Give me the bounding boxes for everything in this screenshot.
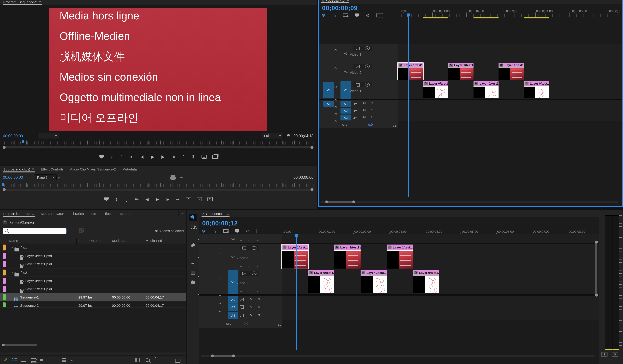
goto-in-icon[interactable] bbox=[135, 196, 139, 202]
mark-out-icon[interactable] bbox=[120, 154, 124, 159]
track-name[interactable]: Video 2 bbox=[350, 70, 361, 74]
trash-icon[interactable] bbox=[175, 359, 180, 363]
drag-audio-icon[interactable] bbox=[179, 175, 184, 180]
source-scrollbar[interactable] bbox=[3, 189, 313, 191]
navigate-up-icon[interactable]: ↥ bbox=[3, 220, 7, 224]
track-target-badge[interactable]: A3 bbox=[340, 114, 351, 120]
mute-button[interactable]: M bbox=[250, 298, 252, 301]
track-target-badge[interactable]: V1 bbox=[340, 81, 351, 99]
mix-volume-value[interactable]: 0.0 bbox=[368, 123, 373, 126]
column-frame-rate[interactable]: Frame Rate bbox=[78, 239, 101, 243]
track-target-badge[interactable]: V3 bbox=[228, 236, 238, 241]
tab-info[interactable]: Info bbox=[87, 210, 99, 217]
add-keyframe-icon[interactable]: ◇ bbox=[248, 239, 250, 242]
panel-menu-icon[interactable]: ≡ bbox=[32, 167, 34, 171]
panel-menu-icon[interactable]: ≡ bbox=[347, 0, 349, 3]
export-frame-icon[interactable] bbox=[207, 197, 213, 201]
keyframe-bowtie-icon[interactable] bbox=[277, 322, 282, 328]
sync-lock-icon[interactable] bbox=[242, 272, 246, 275]
step-back-icon[interactable] bbox=[145, 196, 150, 202]
mute-button[interactable]: M bbox=[250, 305, 252, 309]
track-name[interactable]: Video 1 bbox=[236, 280, 248, 284]
listview-icon[interactable] bbox=[12, 358, 17, 362]
solo-button[interactable]: S bbox=[371, 109, 373, 112]
scrollbar-handle-left[interactable] bbox=[325, 200, 328, 203]
tool-rect[interactable] bbox=[189, 269, 197, 277]
track-name[interactable]: Video 2 bbox=[236, 256, 248, 259]
sort-chevron-icon[interactable] bbox=[71, 359, 74, 362]
project-hscrollbar[interactable] bbox=[3, 344, 37, 346]
settings-wrench-icon[interactable] bbox=[286, 133, 291, 138]
track-target-badge[interactable]: V2 bbox=[340, 69, 351, 74]
clip-layer-1-test1-psd[interactable]: fxLayer 1/test1.psd bbox=[398, 63, 423, 80]
sync-lock-icon[interactable] bbox=[353, 102, 357, 105]
solo-button[interactable]: S bbox=[258, 305, 260, 309]
mute-button[interactable]: M bbox=[363, 109, 366, 112]
scrollbar-handle-right[interactable] bbox=[311, 146, 313, 149]
program-playhead[interactable] bbox=[22, 140, 24, 143]
tab-media-browser[interactable]: Media Browser bbox=[38, 210, 67, 217]
next-keyframe-icon[interactable]: ▶ bbox=[257, 290, 259, 293]
track-target-badge[interactable]: A2 bbox=[228, 303, 238, 311]
track-target-badge[interactable]: V3 bbox=[340, 51, 351, 56]
track-output-eye-icon[interactable] bbox=[252, 272, 257, 275]
project-row-layer-0-test1-psd[interactable]: Layer 0/test1.psd bbox=[0, 252, 186, 260]
track-lane-v3[interactable] bbox=[282, 234, 599, 244]
clip-layer-0-test1-psd[interactable]: fxLayer 0/test1.psd bbox=[413, 270, 439, 293]
tab-markers[interactable]: Markers bbox=[117, 210, 136, 217]
scroll-thumb[interactable] bbox=[211, 355, 233, 357]
clip-layer-1-test1-psd[interactable]: fxLayer 1/test1.psd bbox=[448, 63, 473, 80]
track-output-eye-icon[interactable] bbox=[365, 46, 370, 50]
step-forward-icon[interactable] bbox=[165, 196, 170, 202]
program-timecode[interactable]: 00;00;00;09 bbox=[3, 134, 23, 138]
scroll-thumb[interactable] bbox=[325, 201, 354, 203]
sync-lock-icon[interactable] bbox=[242, 247, 246, 250]
add-keyframe-icon[interactable]: ◇ bbox=[248, 265, 250, 268]
mix-volume-value[interactable]: 0.0 bbox=[244, 322, 248, 325]
scrollbar-handle-right[interactable] bbox=[311, 188, 313, 191]
scrollbar-handle-left[interactable] bbox=[3, 188, 6, 191]
automate-icon[interactable] bbox=[135, 358, 140, 362]
mark-in-icon[interactable] bbox=[110, 154, 114, 159]
page-flyout-icon[interactable]: ▶ bbox=[58, 176, 61, 179]
track-output-eye-icon[interactable] bbox=[365, 64, 370, 68]
scrollbar-handle-right[interactable] bbox=[232, 354, 235, 357]
tab-metadata[interactable]: Metadata bbox=[119, 166, 140, 172]
clip-layer-1-test1-psd[interactable]: fxLayer 1/test1.psd bbox=[282, 245, 308, 269]
sync-lock-icon[interactable] bbox=[353, 109, 357, 112]
program-quality-select[interactable]: Full bbox=[262, 133, 284, 139]
label-color-chip[interactable] bbox=[3, 261, 6, 267]
timeline-hscrollbar[interactable] bbox=[321, 201, 618, 203]
scrollbar-handle-left[interactable] bbox=[3, 146, 6, 149]
solo-left-button[interactable]: S bbox=[601, 352, 607, 357]
source-scrub-ruler[interactable] bbox=[2, 184, 313, 187]
track-output-eye-icon[interactable] bbox=[252, 246, 257, 250]
extract-icon[interactable] bbox=[191, 154, 196, 159]
drag-video-icon[interactable] bbox=[170, 175, 176, 180]
keyframe-bowtie-icon[interactable] bbox=[392, 123, 397, 129]
newbin-icon[interactable] bbox=[155, 358, 160, 362]
panel-menu-icon[interactable]: ≡ bbox=[227, 212, 229, 215]
track-target-badge[interactable]: A2 bbox=[340, 108, 351, 113]
search-input[interactable] bbox=[3, 228, 67, 234]
iconview-icon[interactable] bbox=[21, 358, 26, 362]
overwrite-icon[interactable] bbox=[197, 197, 202, 201]
track-lane-a2[interactable] bbox=[282, 303, 599, 312]
label-color-chip[interactable] bbox=[3, 269, 6, 275]
sync-lock-icon[interactable] bbox=[356, 83, 359, 86]
mute-button[interactable]: M bbox=[363, 115, 366, 119]
newitem-icon[interactable] bbox=[165, 358, 170, 362]
tab-sequence-1[interactable]: × Sequence-1 ≡ bbox=[199, 210, 232, 217]
close-icon[interactable]: × bbox=[202, 212, 204, 215]
panel-menu-icon[interactable]: ≡ bbox=[39, 0, 41, 4]
scrollbar-handle[interactable] bbox=[2, 343, 5, 346]
seq1-timecode[interactable]: 00;00;00;12 bbox=[202, 220, 238, 227]
source-page-select[interactable]: Page 1 bbox=[35, 174, 57, 180]
goto-in-icon[interactable] bbox=[130, 154, 134, 159]
prev-keyframe-icon[interactable]: ◀ bbox=[240, 239, 242, 242]
label-color-chip[interactable] bbox=[3, 278, 6, 284]
clip-layer-1-test1-psd[interactable]: fxLayer 1/test1.psd bbox=[499, 63, 524, 80]
marker-icon[interactable] bbox=[104, 197, 109, 201]
mute-button[interactable]: M bbox=[363, 102, 366, 105]
scrollbar-handle-top[interactable] bbox=[595, 241, 598, 244]
